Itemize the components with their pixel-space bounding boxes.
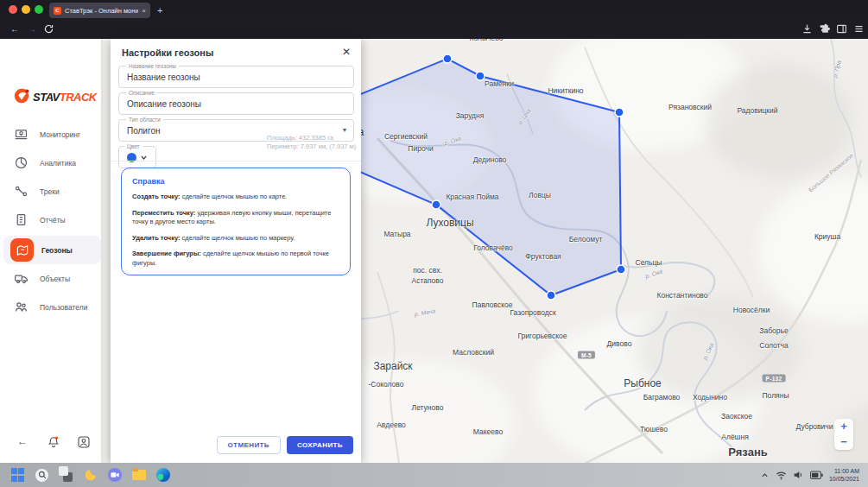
map-label: Белоомут: [569, 235, 603, 244]
video-camera-icon: [111, 471, 119, 478]
volume-icon[interactable]: [793, 470, 804, 480]
sidebar-item-reports[interactable]: Отчёты: [0, 206, 101, 234]
field-label: Описание: [126, 90, 157, 97]
geofence-vertex-marker[interactable]: [615, 108, 624, 117]
sidebar-item-objects[interactable]: Объекты: [0, 264, 101, 293]
field-label: Название геозоны: [126, 63, 179, 70]
help-box: Справка Создать точку: сделайте щелчок м…: [121, 168, 351, 275]
map-label: Зарайск: [373, 360, 412, 372]
map-label: Макеево: [473, 427, 503, 436]
geofence-vertex-marker[interactable]: [547, 291, 555, 300]
tab-favicon-icon: С: [54, 7, 61, 15]
app-logo-text: STAVTRACK: [33, 91, 97, 104]
battery-icon[interactable]: [810, 471, 823, 480]
sidebar-item-users[interactable]: Пользователи: [0, 293, 101, 321]
extensions-puzzle-icon[interactable]: [819, 22, 830, 38]
window-minimize-button[interactable]: [22, 5, 30, 14]
menu-hamburger-icon[interactable]: [853, 22, 865, 38]
tray-chevron-up-icon[interactable]: [760, 471, 770, 480]
download-icon[interactable]: [801, 22, 813, 38]
account-icon[interactable]: [77, 435, 91, 452]
chevron-down-icon: ▾: [343, 126, 346, 134]
browser-tab[interactable]: С СтавТрэк - Онлайн мониторин ×: [49, 3, 150, 18]
panel-close-icon[interactable]: ✕: [342, 46, 351, 58]
color-picker[interactable]: Цвет: [118, 146, 156, 168]
map-label: Тюшево: [640, 425, 668, 433]
geofence-settings-panel: Настройки геозоны ✕ Название геозоны Опи…: [111, 39, 361, 463]
map-label: Авдеево: [377, 421, 406, 429]
panel-actions: ОТМЕНИТЬ СОХРАНИТЬ: [217, 436, 354, 454]
sidebar-item-label: Мониторинг: [40, 130, 80, 139]
monitoring-icon: [14, 127, 29, 142]
taskbar-search-button[interactable]: [35, 468, 49, 483]
field-label: Тип области: [126, 117, 163, 123]
firefox-button[interactable]: [83, 468, 98, 483]
save-button[interactable]: СОХРАНИТЬ: [287, 436, 353, 454]
browser-titlebar: С СтавТрэк - Онлайн мониторин × +: [0, 0, 868, 19]
reload-button[interactable]: [43, 22, 54, 38]
map-label: Алёшня: [721, 433, 748, 441]
window-close-button[interactable]: [9, 5, 17, 14]
window-maximize-button[interactable]: [35, 5, 43, 14]
geozone-stats: Площадь: 432.3385 га Периметр: 7.937 км,…: [267, 134, 466, 151]
map-zoom-control[interactable]: + −: [834, 419, 853, 450]
stavtrack-logo-icon: [12, 86, 31, 107]
cancel-button[interactable]: ОТМЕНИТЬ: [217, 436, 281, 454]
new-tab-button[interactable]: +: [157, 3, 162, 18]
analytics-icon: [14, 155, 29, 170]
system-tray: 11:00 AM 10/05/2021: [760, 467, 868, 483]
reports-icon: [14, 212, 29, 227]
app-logo: STAVTRACK: [12, 86, 97, 107]
collapse-sidebar-arrow[interactable]: ←: [17, 435, 28, 447]
map-label: Летуново: [412, 403, 444, 412]
map-label: пос. свх.: [413, 266, 442, 275]
tracks-icon: [14, 184, 29, 199]
map-label: Ловцы: [529, 191, 551, 199]
geofence-vertex-marker[interactable]: [443, 54, 452, 63]
taskbar-apps: [0, 468, 170, 483]
tab-title: СтавТрэк - Онлайн мониторин: [65, 7, 138, 15]
zoom-out-button[interactable]: −: [840, 437, 847, 447]
description-field[interactable]: Описание: [118, 92, 354, 115]
sidebar-item-tracks[interactable]: Треки: [0, 177, 101, 206]
zoom-in-button[interactable]: +: [840, 421, 847, 432]
sidebar-panel-icon[interactable]: [836, 22, 847, 38]
map-label: Рыбное: [624, 377, 661, 389]
geofence-vertex-marker[interactable]: [617, 265, 625, 274]
sidebar-item-label: Объекты: [40, 275, 70, 283]
sidebar-item-label: Отчёты: [40, 216, 66, 225]
users-icon: [14, 300, 29, 314]
forward-button[interactable]: →: [28, 19, 36, 39]
tray-clock[interactable]: 11:00 AM 10/05/2021: [829, 467, 859, 483]
sidebar-item-geozones[interactable]: Геозоны: [3, 236, 101, 264]
task-view-button[interactable]: [59, 468, 73, 483]
back-button[interactable]: ←: [10, 19, 19, 39]
start-button[interactable]: [10, 468, 25, 483]
wifi-icon[interactable]: [776, 471, 787, 480]
map-label: Масловский: [453, 348, 494, 357]
map-label: Сельцы: [636, 258, 662, 267]
tab-close-icon[interactable]: ×: [142, 7, 146, 15]
objects-truck-icon: [14, 271, 29, 286]
edge-button[interactable]: [155, 468, 170, 483]
geozone-name-field[interactable]: Название геозоны: [118, 66, 354, 88]
file-explorer-button[interactable]: [131, 468, 146, 483]
geofence-vertex-marker[interactable]: [476, 72, 485, 80]
map-label: Павловское: [472, 300, 513, 309]
road-badge: М-5: [578, 351, 595, 359]
map-label: Красная Пойма: [446, 193, 498, 201]
map-label: Радовицкий: [737, 106, 777, 115]
windows-logo-icon: [11, 468, 25, 482]
map-label: Новосёлки: [733, 306, 770, 314]
map-label: Заборье: [759, 326, 788, 335]
chat-button[interactable]: [107, 468, 122, 483]
map-label: Фруктовая: [525, 252, 561, 261]
notifications-bell-icon[interactable]: [47, 435, 60, 452]
geofence-vertex-marker[interactable]: [432, 200, 440, 209]
help-item: Создать точку: сделайте щелчок мышью по …: [132, 193, 339, 202]
sidebar-item-analytics[interactable]: Аналитика: [0, 149, 101, 177]
map-label: Раменки: [485, 79, 514, 88]
sidebar-item-monitoring[interactable]: Мониторинг: [0, 120, 101, 149]
map-label: Зарудня: [456, 111, 485, 120]
map-label: Дубровичи: [795, 422, 833, 431]
